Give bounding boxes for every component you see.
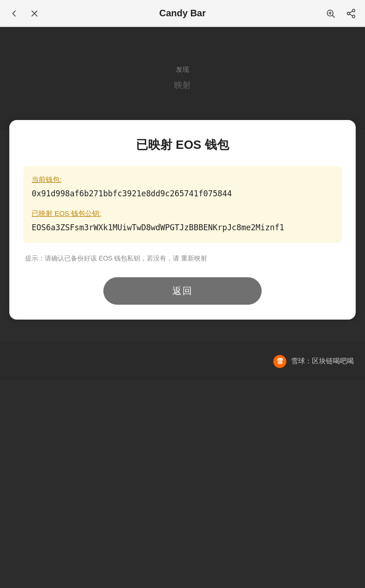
wallet-value: 0x91d998af6b271bbfc3921e8dd9c265741f0758… [32, 188, 333, 200]
nav-right [324, 7, 358, 20]
share-button[interactable] [345, 7, 358, 20]
close-button[interactable] [28, 7, 41, 20]
nav-left [7, 7, 41, 20]
nav-bar: Candy Bar [0, 0, 365, 27]
main-card: 已映射 EOS 钱包 当前钱包: 0x91d998af6b271bbfc3921… [9, 120, 356, 320]
info-box: 当前钱包: 0x91d998af6b271bbfc3921e8dd9c26574… [23, 166, 342, 243]
card-title: 已映射 EOS 钱包 [23, 137, 342, 153]
scan-button[interactable] [324, 7, 337, 20]
dark-text-1: 发现 [176, 66, 189, 74]
svg-line-8 [350, 11, 352, 13]
eos-label: 已映射 EOS 钱包公钥: [32, 209, 333, 218]
hint-text: 提示：请确认已备份好该 EOS 钱包私钥，若没有，请 重新映射 [23, 253, 342, 264]
footer-logo: 雪 [273, 355, 286, 368]
dark-background: 发现 映射 [0, 27, 365, 129]
dark-text-2: 映射 [174, 80, 191, 91]
footer: 雪 雪球：区块链喝吧喝 [0, 343, 365, 380]
return-button[interactable]: 返回 [103, 277, 262, 305]
wallet-label: 当前钱包: [32, 175, 333, 184]
footer-brand: 雪球：区块链喝吧喝 [291, 357, 354, 366]
back-button[interactable] [7, 7, 20, 20]
page-title: Candy Bar [41, 8, 324, 19]
svg-line-3 [332, 15, 334, 17]
svg-line-7 [350, 14, 352, 16]
eos-value: EOS6a3ZSFsm3rWXk1MUiwTwD8wdWPGTJzBBBENKr… [32, 222, 333, 234]
